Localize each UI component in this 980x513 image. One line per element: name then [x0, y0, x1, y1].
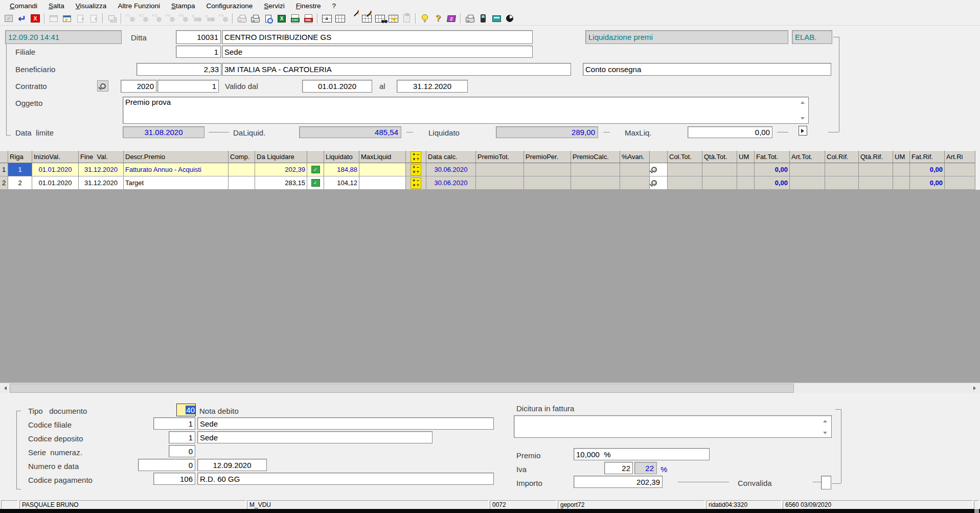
scrollbar-thumb[interactable] [10, 384, 794, 393]
fax-print-icon[interactable] [235, 13, 248, 25]
maxliq-field[interactable]: 0,00 [688, 126, 772, 138]
fine-cell: 31.12.2020 [79, 176, 124, 190]
f9-icon[interactable]: F9 [217, 13, 230, 25]
dicitura-textarea[interactable] [514, 415, 832, 438]
iva-field[interactable]: 22 [604, 462, 633, 474]
beneficiario-name-field[interactable]: 3M ITALIA SPA - CARTOLERIA [222, 63, 571, 76]
cancel-icon[interactable] [29, 13, 42, 25]
oggetto-textarea[interactable]: Premio prova [123, 97, 809, 124]
beneficiario-code-field[interactable]: 2,33 [136, 63, 221, 76]
wizard-icon[interactable] [347, 13, 360, 25]
help-icon[interactable]: ? [431, 13, 445, 25]
codice-pagamento-field[interactable]: 106 [153, 473, 195, 485]
dicitura-label: Dicitura in fattura [516, 404, 574, 413]
scroll-up-icon[interactable] [823, 418, 827, 422]
valido-al-field[interactable]: 31.12.2020 [397, 80, 468, 93]
scroll-down-icon[interactable] [801, 117, 805, 122]
scroll-left-button[interactable] [0, 383, 9, 393]
check-cell[interactable] [307, 176, 324, 190]
scroll-right-button[interactable] [971, 383, 980, 393]
search-f6-icon[interactable]: 6 [190, 13, 203, 25]
table-row[interactable]: 1 1 01.01.2020 31.12.2020 Fatturato Annu… [0, 163, 980, 176]
contratto-anno-field[interactable]: 2020 [121, 80, 156, 93]
horizontal-scrollbar[interactable] [0, 383, 980, 393]
serie-numeraz-field[interactable]: 0 [169, 445, 195, 457]
clipboard-icon[interactable] [400, 13, 413, 25]
f4-icon[interactable]: F4 [164, 13, 177, 25]
menu-configurazione[interactable]: Configurazione [200, 1, 258, 11]
codice-filiale-field[interactable]: 1 [153, 417, 195, 430]
doc-forward-icon[interactable] [74, 13, 87, 25]
importo-label: Importo [516, 479, 542, 487]
export-csv-icon[interactable]: CSV [288, 13, 302, 25]
tipo-documento-field[interactable]: 40 [176, 404, 196, 416]
ditta-code-field[interactable]: 10031 [176, 30, 221, 44]
connector-line [603, 132, 610, 132]
pagamento-desc-field[interactable]: R.D. 60 GG [197, 473, 494, 485]
grid-columns-icon[interactable] [333, 13, 347, 25]
lens-cell[interactable] [650, 163, 668, 176]
mobile-device-icon[interactable] [476, 13, 490, 25]
menu-comandi[interactable]: Comandi [4, 1, 43, 11]
lens-cell[interactable] [650, 176, 668, 190]
filiale-desc-field[interactable]: Sede [197, 417, 494, 430]
menu-help[interactable]: ? [327, 1, 342, 11]
menu-salta[interactable]: Salta [43, 1, 70, 11]
grid-cell-settings-icon[interactable]: a [320, 13, 333, 25]
conto-consegna-field[interactable]: Conto consegna [583, 63, 831, 76]
print-icon[interactable] [248, 13, 262, 25]
doc-skip-icon[interactable] [87, 13, 100, 25]
menu-visualizza[interactable]: Visualizza [70, 1, 112, 11]
goto-detail-icon[interactable] [799, 126, 807, 136]
group-frame-corner [828, 132, 839, 132]
filiale-name-field[interactable]: Sede [222, 46, 533, 58]
ditta-name-field[interactable]: CENTRO DISTRIBUZIONE GS [222, 30, 533, 44]
contratto-numero-field[interactable]: 1 [157, 80, 219, 93]
clock-icon[interactable] [503, 13, 516, 25]
grid-wizard-icon[interactable] [360, 13, 373, 25]
f1-icon[interactable]: F1 [124, 13, 137, 25]
hint-icon[interactable] [418, 13, 431, 25]
export-excel-icon[interactable]: X [275, 13, 288, 25]
contratto-search-button[interactable] [97, 80, 108, 92]
enter-icon[interactable] [15, 13, 29, 25]
f2-icon[interactable]: F2 [137, 13, 150, 25]
numero-field[interactable]: 0 [138, 459, 195, 471]
menu-finestre[interactable]: Finestre [290, 1, 327, 11]
convalida-checkbox[interactable] [821, 476, 831, 489]
filiale-code-field[interactable]: 1 [176, 46, 221, 58]
calculator-icon[interactable] [490, 13, 503, 25]
deposito-desc-field[interactable]: Sede [197, 431, 432, 443]
grid-search-icon[interactable] [373, 13, 386, 25]
confirm-icon[interactable] [2, 13, 15, 25]
table-row[interactable]: 2 2 01.01.2020 31.12.2020 Target 283,15 … [0, 176, 980, 190]
premio-field[interactable]: 10,000 % [574, 448, 710, 460]
send-print-icon[interactable] [463, 13, 476, 25]
calc-cell[interactable] [406, 176, 426, 190]
menu-servizi[interactable]: Servizi [258, 1, 290, 11]
f3-icon[interactable]: F3 [150, 13, 164, 25]
f5-icon[interactable]: F5 [177, 13, 190, 25]
data-documento-field[interactable]: 12.09.2020 [197, 459, 267, 471]
check-cell[interactable] [307, 163, 324, 176]
manual-icon[interactable]: 2 [445, 13, 458, 25]
codice-deposito-field[interactable]: 1 [169, 431, 195, 443]
window-prev-icon[interactable] [47, 13, 60, 25]
scroll-down-icon[interactable] [823, 432, 827, 436]
export-xml-icon[interactable]: XML [302, 13, 315, 25]
search-f8-icon[interactable]: 8 [203, 13, 217, 25]
cascade-windows-icon[interactable] [105, 13, 119, 25]
valido-dal-field[interactable]: 01.01.2020 [302, 80, 372, 93]
calc-cell[interactable] [406, 163, 426, 176]
print-preview-icon[interactable] [262, 13, 275, 25]
scroll-up-icon[interactable] [801, 99, 805, 104]
grid-filter-icon[interactable] [386, 13, 400, 25]
importo-field[interactable]: 202,39 [574, 476, 663, 488]
art-tot-cell [790, 163, 825, 176]
menu-altre-funzioni[interactable]: Altre Funzioni [112, 1, 166, 11]
maxliq-label: MaxLiq. [625, 128, 652, 137]
column-header: Art.Ri [945, 150, 975, 163]
col-tot-cell [668, 176, 702, 190]
window-next-icon[interactable] [60, 13, 74, 25]
menu-stampa[interactable]: Stampa [166, 1, 201, 11]
